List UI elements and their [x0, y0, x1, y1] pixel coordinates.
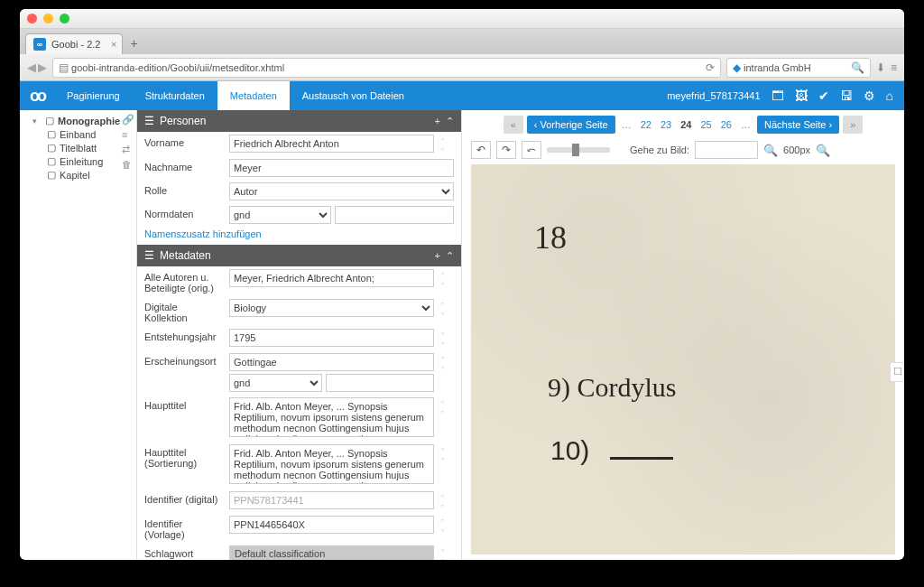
label-nachname: Nachname [144, 159, 222, 177]
input-id-digital[interactable] [229, 491, 434, 509]
label-normdaten: Normdaten [144, 206, 222, 224]
input-ort[interactable] [229, 353, 434, 371]
rotate-left-icon[interactable]: ↶ [471, 141, 491, 159]
input-id-vorlage[interactable] [229, 516, 434, 534]
app-logo[interactable]: oo [20, 81, 54, 110]
favicon-icon: ∞ [33, 38, 46, 51]
first-page-button[interactable]: « [504, 116, 523, 134]
home-icon[interactable]: ⌂ [886, 89, 893, 103]
next-page-button[interactable]: Nächste Seite › [757, 116, 839, 134]
zoom-slider[interactable] [547, 147, 610, 153]
forward-icon[interactable]: ▶ [38, 61, 47, 74]
select-normdaten[interactable]: gnd [229, 206, 331, 224]
zoom-value: 600px [783, 144, 810, 155]
viewer-toolbar: ↶ ↷ ⤺ Gehe zu Bild: 🔍 600px 🔍 [471, 141, 895, 159]
structure-tree: ▾▢ Monographie ▢ Einband ▢ Titelblatt ▢ … [20, 110, 137, 560]
input-jahr[interactable] [229, 329, 434, 347]
section-metadaten: ☰ Metadaten + ⌃ [137, 245, 461, 266]
section-personen: ☰ Personen + ⌃ [137, 110, 461, 132]
images-icon[interactable]: 🗔 [772, 89, 784, 103]
hamburger-icon[interactable]: ☰ [144, 249, 154, 262]
page-23[interactable]: 23 [658, 119, 674, 130]
gear-icon[interactable]: ⚙ [864, 89, 875, 103]
tree-item[interactable]: ▢ Einleitung [22, 154, 134, 168]
reload-icon[interactable]: ⟳ [706, 61, 715, 74]
metadata-editor: ☰ Personen + ⌃ Vorname ▫▫ Nachname Rolle… [137, 110, 462, 560]
image-viewer: « ‹ Vorherige Seite … 22 23 24 25 26 … N… [462, 110, 904, 560]
search-icon[interactable]: 🔍 [763, 144, 778, 157]
browser-tab[interactable]: ∞ Goobi - 2.2 × [25, 33, 123, 54]
nav-austausch[interactable]: Austausch von Dateien [290, 81, 417, 110]
menu-icon[interactable]: ≡ [891, 61, 897, 74]
input-nachname[interactable] [229, 159, 454, 177]
delete-icon[interactable]: 🗑 [122, 159, 134, 170]
nav-strukturdaten[interactable]: Strukturdaten [133, 81, 217, 110]
tree-item[interactable]: ▢ Kapitel [22, 168, 134, 182]
bookmark-icon[interactable]: ☐ [890, 362, 904, 382]
input-vorname[interactable] [229, 135, 434, 153]
last-page-button[interactable]: » [843, 116, 863, 134]
undo-icon[interactable]: ⤺ [522, 141, 541, 159]
tree-root[interactable]: ▾▢ Monographie [22, 114, 134, 127]
appbar: oo Paginierung Strukturdaten Metadaten A… [20, 81, 904, 110]
textarea-haupttitel-sort[interactable]: Frid. Alb. Anton Meyer, ... Synopsis Rep… [229, 444, 434, 484]
validate-icon[interactable]: ✔ [818, 89, 829, 103]
input-ort-norm-value[interactable] [326, 374, 434, 392]
minimize-window-button[interactable] [43, 14, 53, 23]
page-current: 24 [678, 119, 694, 130]
list-icon[interactable]: ≡ [122, 129, 134, 140]
goto-label: Gehe zu Bild: [630, 144, 689, 155]
tree-item[interactable]: ▢ Einband [22, 127, 134, 141]
save-icon[interactable]: 🖫 [840, 89, 853, 103]
collapse-icon[interactable]: ⌃ [446, 250, 454, 262]
url-input[interactable]: ▤ goobi-intranda-edition/Goobi/uii/metse… [52, 58, 721, 78]
browser-search-input[interactable]: ◆ intranda GmbH 🔍 [726, 58, 871, 78]
scan-image[interactable]: 18 9) Cordylus 10) [471, 164, 895, 554]
input-alle-autoren[interactable] [229, 269, 434, 287]
download-icon[interactable]: ⬇ [876, 61, 885, 74]
page-22[interactable]: 22 [638, 119, 654, 130]
close-window-button[interactable] [27, 14, 37, 23]
select-rolle[interactable]: Autor [229, 182, 454, 200]
goto-input[interactable] [695, 141, 758, 159]
nav-paginierung[interactable]: Paginierung [54, 81, 133, 110]
link-icon[interactable]: 🔗 [122, 114, 134, 126]
input-normdaten-value[interactable] [335, 206, 454, 224]
browser-tabbar: ∞ Goobi - 2.2 × + [20, 29, 904, 54]
chevron-down-icon: ▾ [32, 116, 42, 126]
back-icon[interactable]: ◀ [27, 61, 36, 74]
zoom-icon[interactable]: 🔍 [816, 144, 830, 157]
add-icon[interactable]: + [435, 116, 440, 126]
page-26[interactable]: 26 [718, 119, 735, 130]
swap-icon[interactable]: ⇄ [122, 144, 134, 155]
new-tab-button[interactable]: + [123, 33, 144, 54]
hamburger-icon[interactable]: ☰ [144, 115, 154, 127]
add-icon[interactable]: + [435, 250, 440, 261]
nav-metadaten[interactable]: Metadaten [217, 81, 290, 110]
add-suffix-link[interactable]: Namenszusatz hinzufügen [137, 227, 461, 245]
listbox-schlagwort[interactable]: Default classification Classification 1 … [229, 545, 434, 560]
search-text: intranda GmbH [744, 62, 811, 73]
prev-page-button[interactable]: ‹ Vorherige Seite [527, 116, 615, 134]
app-nav: Paginierung Strukturdaten Metadaten Aust… [54, 81, 417, 110]
label-ort: Erscheinungsort [144, 353, 222, 392]
label-jahr: Entstehungsjahr [144, 329, 222, 348]
rotate-right-icon[interactable]: ↷ [496, 141, 516, 159]
collapse-icon[interactable]: ⌃ [446, 116, 454, 127]
label-id-vorlage: Identifier (Vorlage) [144, 516, 222, 540]
close-tab-icon[interactable]: × [111, 39, 116, 50]
label-id-digital: Identifier (digital) [144, 491, 222, 510]
address-bar: ◀▶ ▤ goobi-intranda-edition/Goobi/uii/me… [20, 54, 904, 81]
search-engine-icon: ◆ [733, 61, 741, 74]
page-25[interactable]: 25 [698, 119, 714, 130]
select-ort-norm[interactable]: gnd [229, 374, 322, 392]
select-kollektion[interactable]: Biology [229, 299, 434, 317]
label-haupttitel: Haupttitel [144, 397, 222, 439]
fullscreen-window-button[interactable] [60, 14, 69, 23]
textarea-haupttitel[interactable]: Frid. Alb. Anton Meyer, ... Synopsis Rep… [229, 397, 434, 437]
tree-item[interactable]: ▢ Titelblatt [22, 141, 134, 154]
label-vorname: Vorname [144, 135, 222, 154]
search-icon[interactable]: 🔍 [851, 61, 864, 74]
gallery-icon[interactable]: 🖼 [795, 89, 808, 103]
doc-id-label: meyefrid_578173441 [667, 90, 760, 101]
